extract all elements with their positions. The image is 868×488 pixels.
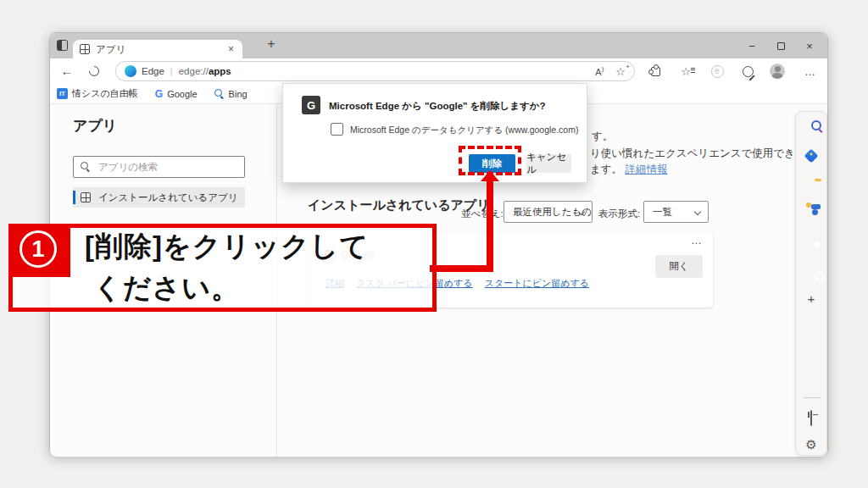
bookmark-joshisu[interactable]: IT 情シスの自由帳 (57, 87, 138, 100)
google-g-icon: G (155, 88, 163, 100)
step-number: 1 (19, 230, 57, 268)
edge-logo-icon (125, 65, 136, 77)
url-scheme: edge:// (179, 66, 209, 76)
card-more-icon[interactable]: … (691, 234, 703, 247)
learn-more-link[interactable]: 詳細情報 (626, 164, 668, 175)
favorites-icon[interactable]: ☆ (678, 64, 693, 79)
pin-start-link[interactable]: スタートにピン留めする (485, 277, 589, 290)
annotation-arrow-head (481, 170, 499, 181)
back-button[interactable]: ← (57, 58, 77, 84)
add-to-sidebar-icon[interactable]: + (808, 291, 815, 306)
window-controls: − × (737, 33, 824, 58)
add-favorite-icon[interactable]: ☆+ (615, 66, 626, 77)
toolbar: ← Edge | edge:// apps A) ☆+ ☆ e … (50, 58, 827, 84)
search-input[interactable] (97, 161, 237, 173)
apps-grid-icon (80, 44, 90, 54)
ie-mode-icon[interactable]: e (709, 64, 725, 79)
sidebar-item-installed-apps[interactable]: インストールされているアプリ (73, 187, 245, 208)
shopping-icon[interactable] (804, 149, 819, 164)
intro-text-fragment: す。 (592, 130, 613, 144)
web-capture-icon[interactable] (740, 64, 755, 79)
screenshot-stage: アプリ × + − × ← Edge | edge:// apps A) (0, 0, 868, 488)
clear-data-label: Microsoft Edge のデータもクリアする (www.google.co… (350, 125, 578, 136)
extensions-icon[interactable] (648, 64, 663, 79)
annotation-step-badge: 1 (8, 224, 70, 277)
intro-text-fragment: ます。 詳細情報 (590, 163, 668, 177)
tab-apps[interactable]: アプリ × (73, 40, 242, 58)
cancel-button[interactable]: キャンセル (526, 154, 571, 173)
close-button[interactable]: × (795, 40, 824, 53)
settings-more-icon[interactable]: … (803, 64, 818, 79)
tab-close-icon[interactable]: × (226, 43, 236, 55)
selected-accent-bar (73, 191, 75, 204)
maximize-button[interactable] (766, 40, 795, 53)
tab-title: アプリ (96, 43, 226, 56)
read-aloud-icon[interactable]: A) (595, 65, 604, 77)
edge-sidebar-rail: + ⚙ (795, 111, 827, 456)
settings-gear-icon[interactable]: ⚙ (805, 438, 816, 451)
sort-label: 並べ替え: (461, 208, 504, 220)
app-search-box[interactable] (73, 156, 245, 178)
profile-avatar[interactable] (770, 64, 785, 79)
reload-icon[interactable] (87, 64, 102, 79)
titlebar: アプリ × + − × (50, 33, 827, 58)
url-host: apps (209, 66, 231, 76)
annotation-arrow-segment (487, 180, 493, 269)
it-site-icon: IT (57, 88, 68, 99)
bookmark-google[interactable]: G Google (155, 88, 198, 100)
tab-actions-menu-icon[interactable] (57, 40, 68, 51)
google-app-icon: G (302, 96, 320, 114)
dialog-title: Microsoft Edge から "Google" を削除しますか? (329, 100, 546, 113)
intro-text-fragment: り使い慣れたエクスペリエンスで使用できるよう (590, 147, 827, 161)
address-bar[interactable]: Edge | edge:// apps A) ☆+ (115, 61, 635, 81)
annotation-arrow-segment (430, 265, 493, 272)
view-dropdown[interactable]: 一覧 (643, 201, 709, 223)
minimize-button[interactable]: − (737, 40, 766, 53)
page-title: アプリ (73, 116, 117, 136)
site-name: Edge (142, 66, 164, 76)
open-in-panel-icon[interactable] (810, 411, 812, 426)
remove-app-dialog: G Microsoft Edge から "Google" を削除しますか? Mi… (282, 83, 587, 183)
sort-dropdown[interactable]: 最近使用したもの (504, 201, 593, 223)
open-button[interactable]: 開く (655, 255, 703, 278)
bing-search-icon (214, 89, 225, 99)
bookmark-bing[interactable]: Bing (214, 89, 248, 99)
apps-grid-icon (81, 192, 91, 202)
rail-divider (804, 397, 821, 398)
view-label: 表示形式: (598, 208, 640, 220)
annotation-text: [削除]をクリックして ください。 (85, 225, 369, 308)
clear-data-checkbox[interactable] (331, 123, 343, 136)
address-divider: | (170, 66, 173, 76)
new-tab-button[interactable]: + (262, 36, 281, 52)
maximize-icon (777, 42, 785, 50)
search-icon (81, 162, 91, 172)
